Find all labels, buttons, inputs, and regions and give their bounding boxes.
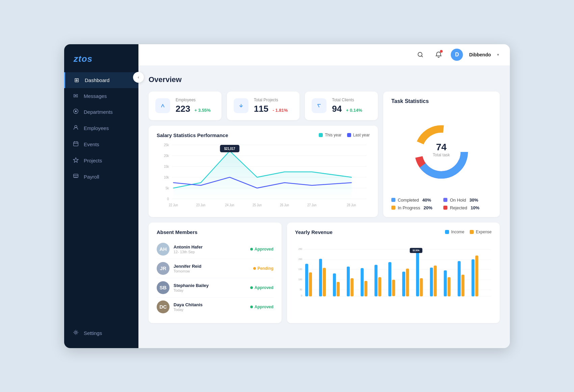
donut-chart: 74 Total task bbox=[391, 112, 492, 191]
svg-point-1 bbox=[75, 110, 76, 112]
svg-rect-55 bbox=[333, 273, 336, 296]
settings-icon bbox=[72, 330, 79, 337]
legend-inprogress: In Progress 20% bbox=[391, 205, 440, 210]
sidebar-item-label: Projects bbox=[84, 158, 102, 163]
dashboard-icon: ⊞ bbox=[73, 77, 80, 84]
svg-rect-3 bbox=[73, 142, 78, 146]
notifications-button[interactable] bbox=[433, 49, 445, 61]
svg-text:250: 250 bbox=[298, 248, 302, 250]
svg-text:10k: 10k bbox=[164, 175, 169, 179]
svg-text:Total task: Total task bbox=[433, 153, 450, 157]
avatar-antonin: AH bbox=[157, 243, 169, 256]
sidebar-item-events[interactable]: Events bbox=[64, 136, 138, 153]
stat-info: Total Clients 94 + 0.14% bbox=[332, 98, 362, 114]
absent-member-stephanie: SB Stephanie Bailey Today Approved bbox=[157, 278, 273, 297]
user-menu-chevron[interactable]: ▾ bbox=[497, 52, 499, 57]
svg-text:27 Jun: 27 Jun bbox=[307, 203, 316, 207]
svg-rect-63 bbox=[388, 262, 391, 296]
app-shell: ztos ‹ ⊞ Dashboard ✉ Messages Department… bbox=[64, 44, 510, 348]
svg-text:25 Jun: 25 Jun bbox=[253, 203, 262, 207]
svg-text:22 Jun: 22 Jun bbox=[169, 203, 178, 207]
svg-text:26 Jun: 26 Jun bbox=[280, 203, 289, 207]
svg-text:74: 74 bbox=[436, 142, 447, 152]
employees-icon bbox=[72, 125, 79, 132]
avatar-jennifer: JR bbox=[157, 262, 169, 275]
avatar-stephanie: SB bbox=[157, 281, 169, 294]
svg-text:$130k: $130k bbox=[413, 249, 420, 252]
svg-text:28 Jun: 28 Jun bbox=[347, 203, 356, 207]
stat-card-clients: Total Clients 94 + 0.14% bbox=[305, 92, 378, 120]
stat-card-employees: Employees 223 + 3.55% bbox=[149, 92, 221, 120]
svg-text:200: 200 bbox=[298, 258, 302, 260]
status-badge-stephanie: Approved bbox=[250, 285, 273, 290]
main-content: D Dibbendo ▾ Overview Employees 223 bbox=[138, 44, 510, 348]
svg-text:150: 150 bbox=[298, 268, 302, 270]
member-date: 12- 13th Sep bbox=[174, 250, 246, 254]
sidebar-item-departments[interactable]: Departments bbox=[64, 104, 138, 120]
sidebar-item-messages[interactable]: ✉ Messages bbox=[64, 88, 138, 104]
legend-income: Income bbox=[445, 230, 464, 234]
legend-dot-completed bbox=[391, 198, 395, 202]
member-date: Tomorrow bbox=[174, 269, 249, 273]
legend-dot-onhold bbox=[443, 198, 447, 202]
bottom-row: Absent Members AH Antonin Hafer 12- 13th… bbox=[149, 223, 500, 323]
svg-rect-68 bbox=[420, 278, 423, 296]
chart-header: Salary Statistics Performance This year … bbox=[157, 132, 370, 138]
svg-rect-65 bbox=[402, 271, 405, 296]
salary-svg-chart: 25k 20k 15k 10k 5k 0 bbox=[157, 141, 370, 209]
stat-label: Total Clients bbox=[332, 98, 362, 102]
svg-rect-4 bbox=[73, 174, 78, 177]
stat-value: 115 bbox=[254, 104, 268, 114]
svg-text:0: 0 bbox=[301, 294, 302, 296]
svg-text:24 Jun: 24 Jun bbox=[225, 203, 234, 207]
clients-stat-icon bbox=[312, 98, 327, 113]
stat-change: + 0.14% bbox=[346, 108, 362, 113]
sidebar-item-label: Employees bbox=[84, 125, 109, 131]
task-legend: Completed 40% On Hold 30% In Progress 20… bbox=[391, 198, 492, 210]
svg-rect-9 bbox=[316, 103, 322, 109]
sidebar-item-dashboard[interactable]: ⊞ Dashboard bbox=[64, 72, 138, 88]
svg-rect-78 bbox=[475, 255, 478, 296]
svg-rect-53 bbox=[319, 259, 322, 296]
sidebar-item-employees[interactable]: Employees bbox=[64, 120, 138, 136]
search-button[interactable] bbox=[414, 49, 426, 61]
stat-value: 94 bbox=[332, 104, 342, 114]
svg-text:15k: 15k bbox=[164, 164, 169, 168]
member-name: Stephanie Bailey bbox=[174, 283, 246, 288]
legend-dot-inprogress bbox=[391, 206, 395, 210]
svg-rect-57 bbox=[347, 266, 350, 296]
revenue-legend: Income Expense bbox=[445, 230, 492, 234]
avatar-daya: DC bbox=[157, 300, 169, 313]
projects-stat-icon bbox=[234, 98, 249, 113]
svg-text:20k: 20k bbox=[164, 154, 169, 158]
stat-label: Total Projects bbox=[254, 98, 288, 102]
absent-member-daya: DC Daya Chitanis Today Approved bbox=[157, 297, 273, 316]
task-stats-title: Task Statistics bbox=[391, 98, 492, 104]
collapse-icon: ‹ bbox=[138, 75, 139, 80]
svg-text:50: 50 bbox=[299, 288, 302, 290]
legend-dot-rejected bbox=[443, 206, 447, 210]
svg-rect-52 bbox=[309, 272, 312, 296]
user-name[interactable]: Dibbendo bbox=[469, 52, 491, 57]
revenue-title: Yearly Revenue bbox=[295, 229, 333, 235]
messages-icon: ✉ bbox=[72, 93, 79, 100]
sidebar-collapse-button[interactable]: ‹ bbox=[133, 72, 144, 83]
topbar: D Dibbendo ▾ bbox=[138, 44, 510, 66]
status-badge-antonin: Approved bbox=[250, 247, 273, 252]
sidebar-item-projects[interactable]: Projects bbox=[64, 153, 138, 169]
sidebar-item-payroll[interactable]: Payroll bbox=[64, 169, 138, 185]
salary-chart-card: Salary Statistics Performance This year … bbox=[149, 126, 378, 217]
sidebar-item-settings[interactable]: Settings bbox=[64, 325, 138, 341]
stat-value: 223 bbox=[176, 104, 190, 114]
svg-rect-7 bbox=[160, 103, 166, 109]
logo-text: ztos bbox=[74, 54, 93, 64]
svg-rect-62 bbox=[378, 277, 381, 296]
absent-title: Absent Members bbox=[157, 229, 273, 235]
user-avatar[interactable]: D bbox=[451, 49, 463, 61]
svg-rect-76 bbox=[461, 275, 464, 296]
svg-rect-72 bbox=[434, 265, 437, 296]
sidebar: ztos ‹ ⊞ Dashboard ✉ Messages Department… bbox=[64, 44, 138, 348]
svg-rect-58 bbox=[350, 278, 354, 296]
svg-rect-73 bbox=[444, 270, 447, 296]
svg-rect-75 bbox=[458, 261, 461, 296]
